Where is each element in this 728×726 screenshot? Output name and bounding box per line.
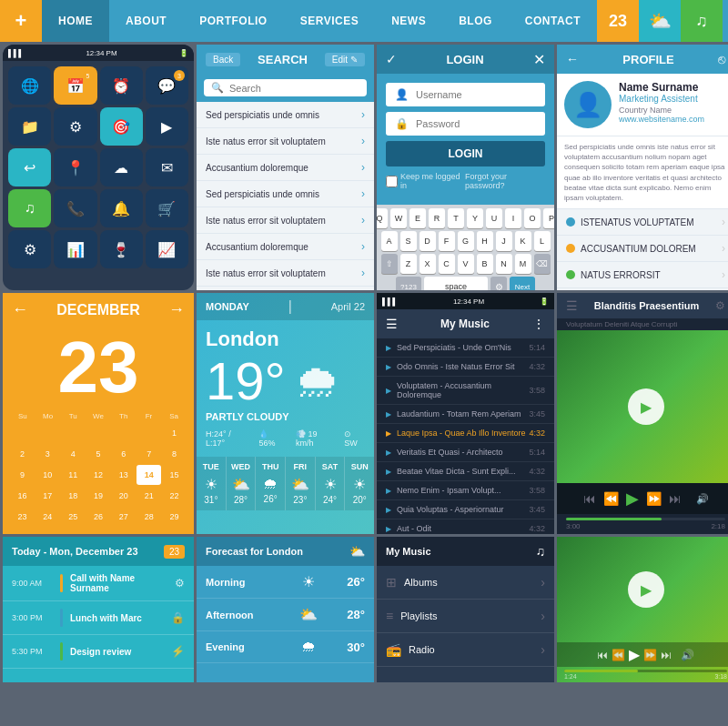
search-result-5[interactable]: Iste natus error sit voluptatem › [197, 207, 374, 234]
lk-shift[interactable]: ⇧ [381, 254, 398, 274]
app-icon-stats[interactable]: 📊 [54, 230, 96, 268]
back-arrow-icon[interactable]: ← [566, 52, 579, 66]
search-result-2[interactable]: Iste natus error sit voluptatem › [197, 128, 374, 155]
cal-day[interactable]: 24 [35, 507, 60, 527]
my-music-radio[interactable]: 📻 Radio › [377, 633, 554, 667]
lk-v[interactable]: V [458, 254, 474, 274]
lk-p[interactable]: P [543, 208, 554, 228]
track-2[interactable]: ▶ Odo Omnis - Iste Natus Error Sit 4:32 [377, 358, 554, 377]
cal-day[interactable] [35, 423, 60, 443]
search-result-1[interactable]: Sed perspiciatis unde omnis › [197, 102, 374, 128]
lk-d[interactable]: D [420, 231, 436, 251]
search-input[interactable] [229, 83, 359, 94]
app-icon-target[interactable]: 🎯 [100, 107, 143, 146]
search-result-8[interactable]: Accusantium doloremque › [197, 287, 374, 290]
schedule-item-1[interactable]: 9:00 AM Call with Name Surname ⚙ [3, 566, 194, 601]
app-icon-globe[interactable]: 🌐 [8, 66, 51, 105]
app-icon-chart[interactable]: 📈 [146, 230, 188, 268]
app-icon-settings[interactable]: ⚙ [54, 107, 96, 146]
lk-s[interactable]: S [400, 231, 417, 251]
cal-day[interactable]: 1 [162, 423, 187, 443]
search-result-3[interactable]: Accusantium doloremque › [197, 155, 374, 181]
mini-fast-forward-button[interactable]: ⏩ [643, 649, 657, 661]
cal-day[interactable] [136, 423, 161, 443]
cal-day[interactable]: 25 [61, 507, 86, 527]
lk-r[interactable]: R [429, 208, 445, 228]
app-icon-chat[interactable]: 💬3 [146, 66, 188, 105]
track-4[interactable]: ▶ Laudantium - Totam Rem Aperiam 3:45 [377, 405, 554, 424]
cal-day[interactable]: 3 [35, 444, 60, 464]
lk-next[interactable]: Next [510, 277, 535, 290]
app-icon-play[interactable]: ▶ [146, 107, 188, 146]
nav-blog[interactable]: BLOG [442, 0, 509, 42]
track-1[interactable]: ▶ Sed Perspiciatis - Unde Om'Nis 5:14 [377, 338, 554, 358]
lk-o[interactable]: O [524, 208, 541, 228]
lk-backspace[interactable]: ⌫ [534, 254, 551, 274]
edit-button[interactable]: Edit ✎ [325, 53, 365, 66]
cal-day[interactable]: 4 [61, 444, 86, 464]
search-result-6[interactable]: Accusantium doloremque › [197, 234, 374, 260]
cal-day[interactable]: 2 [10, 444, 35, 464]
cal-day[interactable] [86, 423, 111, 443]
my-music-albums[interactable]: ⊞ Albums › [377, 566, 554, 600]
schedule-item-3[interactable]: 5:30 PM Design review ⚡ [3, 635, 194, 669]
cal-day[interactable]: 26 [86, 507, 111, 527]
mini-skip-forward-button[interactable]: ⏭ [661, 649, 672, 661]
password-input[interactable] [416, 118, 541, 129]
cal-day[interactable] [111, 423, 136, 443]
track-5-active[interactable]: ▶ Laque Ipsa - Quae Ab Illo Inventore 4:… [377, 424, 554, 443]
app-icon-map[interactable]: 📍 [54, 148, 96, 187]
nav-contact[interactable]: CONTACT [509, 0, 597, 42]
cal-day[interactable]: 28 [136, 507, 161, 527]
nav-about[interactable]: ABOUT [109, 0, 183, 42]
prev-month-button[interactable]: ← [12, 300, 28, 319]
lk-e[interactable]: E [410, 208, 426, 228]
lk-m[interactable]: M [515, 254, 531, 274]
forecast-afternoon[interactable]: Afternoon ⛅ 28° [197, 599, 374, 631]
remember-checkbox[interactable] [386, 176, 398, 187]
username-input[interactable] [416, 89, 541, 100]
nav-globe-icon-box[interactable]: 🌐 [723, 0, 728, 42]
remember-label[interactable]: Keep me logged in [386, 172, 465, 190]
play-pause-button[interactable]: ▶ [626, 489, 639, 509]
track-6[interactable]: ▶ Veritatis Et Quasi - Architecto 5:14 [377, 443, 554, 462]
nav-portfolio[interactable]: PORTFOLIO [183, 0, 284, 42]
lk-t[interactable]: T [448, 208, 464, 228]
fast-forward-button[interactable]: ⏩ [646, 491, 662, 506]
nav-music-icon-box[interactable]: ♫ [681, 0, 723, 42]
mini-play-pause-button[interactable]: ▶ [629, 646, 640, 663]
mini-volume-icon[interactable]: 🔊 [681, 649, 694, 661]
cal-day[interactable]: 1 [61, 528, 86, 534]
nav-plus-button[interactable]: + [0, 0, 42, 42]
app-icon-settings2[interactable]: ⚙ [8, 230, 51, 268]
search-result-7[interactable]: Iste natus error sit voluptatem › [197, 260, 374, 287]
cal-day[interactable]: 3 [111, 528, 136, 534]
app-icon-cloud[interactable]: ☁ [100, 148, 143, 187]
nav-date-box[interactable]: 23 [597, 0, 639, 42]
track-7[interactable]: ▶ Beatae Vitae Dicta - Sunt Expli... 4:3… [377, 462, 554, 481]
cal-day[interactable]: 12 [86, 465, 111, 485]
track-3[interactable]: ▶ Voluptatem - Accusantium Doloremque 3:… [377, 377, 554, 405]
rewind-button[interactable]: ⏪ [603, 491, 619, 506]
cal-day[interactable]: 21 [136, 486, 161, 506]
profile-link-2[interactable]: ACCUSANTIUM DOLOREM › [557, 236, 728, 262]
lk-space[interactable]: space [424, 277, 488, 290]
lk-z[interactable]: Z [400, 254, 417, 274]
search-result-4[interactable]: Sed perspiciatis unde omnis › [197, 181, 374, 207]
mini-rewind-button[interactable]: ⏪ [612, 649, 625, 661]
app-icon-music[interactable]: ♫ [8, 189, 51, 227]
forgot-password-link[interactable]: Forgot your password? [465, 172, 545, 190]
power-icon[interactable]: ⚡ [171, 645, 185, 658]
cal-day[interactable]: 7 [136, 444, 161, 464]
lk-x[interactable]: X [420, 254, 436, 274]
track-8[interactable]: ▶ Nemo Enim - Ipsam Volupt... 3:58 [377, 481, 554, 500]
cal-day[interactable]: 29 [162, 507, 187, 527]
schedule-item-2[interactable]: 3:00 PM Lunch with Marc 🔒 [3, 601, 194, 635]
app-icon-phone[interactable]: 📞 [54, 189, 96, 227]
cal-day[interactable]: 11 [61, 465, 86, 485]
lk-g[interactable]: G [458, 231, 474, 251]
lk-k[interactable]: K [515, 231, 531, 251]
hamburger-icon[interactable]: ☰ [386, 317, 398, 331]
more-icon[interactable]: ⋮ [532, 317, 545, 331]
cal-day[interactable]: 8 [162, 444, 187, 464]
